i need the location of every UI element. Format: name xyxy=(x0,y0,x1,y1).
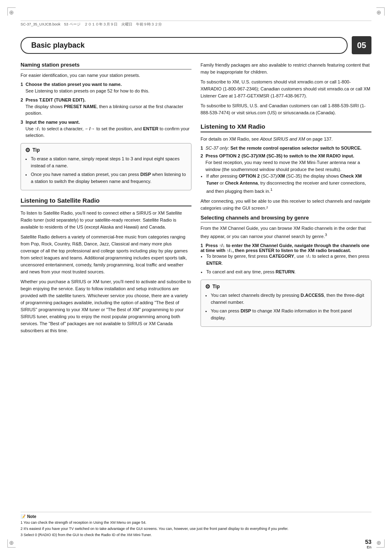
selecting-tip-box: ⚙ Tip You can select channels directly b… xyxy=(201,280,371,327)
crosshair-bl xyxy=(9,539,16,546)
chapter-header: Basic playback 05 xyxy=(21,36,371,54)
chapter-title: Basic playback xyxy=(31,41,85,49)
xm-subscribe-para: To subscribe to XM, U.S. customers shoul… xyxy=(201,79,371,99)
xm-radio-title: Listening to XM Radio xyxy=(201,123,371,132)
step-3-title: Input the name you want. xyxy=(25,120,80,125)
note-icon: 📝 xyxy=(21,514,25,519)
naming-presets-intro: For easier identification, you can name … xyxy=(21,72,191,79)
xm-step-2-num: 2 xyxy=(201,153,205,158)
crosshair-tr xyxy=(376,9,383,16)
header-text: SC-37_35_UXJCB.book 53 ページ ２０１０年３月９日 火曜日… xyxy=(21,22,162,26)
step-2-title: Press T.EDIT (TUNER EDIT). xyxy=(25,97,85,102)
xm-step-1-italic: SC-37 only: xyxy=(205,146,229,150)
satellite-para-3: Whether you purchase a SIRIUS or XM tune… xyxy=(21,278,191,334)
naming-tip-item-2: Once you have named a station preset, yo… xyxy=(31,171,187,185)
satellite-para-1: To listen to Satellite Radio, you'll nee… xyxy=(21,210,191,231)
xm-step-2: 2 Press OPTION 2 (SC-37)/XM (SC-35) to s… xyxy=(201,153,371,195)
satellite-para-2: Satellite Radio delivers a variety of co… xyxy=(21,234,191,275)
family-para: Family friendly packages are also availa… xyxy=(201,62,371,76)
naming-presets-title: Naming station presets xyxy=(21,62,191,69)
note-label: 📝 Note xyxy=(21,514,371,519)
selecting-bullet-1: To browse by genre, first press CATEGORY… xyxy=(206,253,371,267)
step-3-body: Use ↑/↓ to select a character, ←/→ to se… xyxy=(21,125,191,139)
selecting-tip-list: You can select channels directly by pres… xyxy=(205,292,367,321)
selecting-channels-intro: From the XM Channel Guide, you can brows… xyxy=(201,225,371,240)
xm-radio-section: Listening to XM Radio For details on XM … xyxy=(201,123,371,327)
left-column: Naming station presets For easier identi… xyxy=(21,62,191,514)
after-step-2: After connecting, you will be able to us… xyxy=(201,198,371,212)
right-column: Family friendly packages are also availa… xyxy=(201,62,371,514)
selecting-tip-icon: ⚙ xyxy=(205,283,210,290)
xm-step-2-bullets: If after pressing OPTION 2 (SC-37)/XM (S… xyxy=(201,173,371,195)
satellite-radio-section: Listening to Satellite Radio To listen t… xyxy=(21,197,191,335)
chapter-number: 05 xyxy=(352,36,371,54)
footnote-3: 3 Select 0 (RADIO ID) from the GUI to ch… xyxy=(21,532,371,538)
selecting-channels-title: Selecting channels and browsing by genre xyxy=(201,215,371,222)
step-3-num: 3 xyxy=(21,120,25,125)
crosshair-tl xyxy=(9,9,16,16)
xm-step-2-body: For best reception, you may need to move… xyxy=(201,159,371,173)
xm-step-2-title: Press OPTION 2 (SC-37)/XM (SC-35) to swi… xyxy=(205,153,354,158)
naming-tip-item-1: To erase a station name, simply repeat s… xyxy=(31,155,187,169)
content-area: Naming station presets For easier identi… xyxy=(21,62,371,514)
header-bar: SC-37_35_UXJCB.book 53 ページ ２０１０年３月９日 火曜日… xyxy=(21,21,371,26)
step-2-num: 2 xyxy=(21,97,25,102)
footnote-1: 1 You can check the strength of receptio… xyxy=(21,520,371,525)
step-1-num: 1 xyxy=(21,82,25,87)
xm-step-1-num: 1 xyxy=(201,146,205,150)
selecting-tip-item-2: You can press DISP to change XM Radio in… xyxy=(211,308,367,321)
xm-step-2-bullet-1: If after pressing OPTION 2 (SC-37)/XM (S… xyxy=(206,173,371,195)
selecting-step-1-title: Press ↑/↓ to enter the XM Channel Guide,… xyxy=(201,243,369,253)
selecting-tip-item-1: You can select channels directly by pres… xyxy=(211,292,367,306)
tip-icon: ⚙ xyxy=(25,147,30,153)
xm-step-1: 1 SC-37 only: Set the remote control ope… xyxy=(201,146,371,150)
crosshair-br xyxy=(376,539,383,546)
satellite-radio-title: Listening to Satellite Radio xyxy=(21,197,191,206)
selecting-tip-title: ⚙ Tip xyxy=(205,283,367,290)
step-1-title: Choose the station preset you want to na… xyxy=(25,82,122,87)
xm-step-1-title: Set the remote control operation selecto… xyxy=(231,146,362,150)
step-2-body: The display shows PRESET NAME, then a bl… xyxy=(21,103,191,117)
sirius-subscribe-para: To subscribe to SIRIUS, U.S. and Canadia… xyxy=(201,102,371,116)
selecting-step-1-num: 1 xyxy=(201,243,205,248)
chapter-title-box: Basic playback xyxy=(21,37,348,54)
footnote-2: 2 It's easiest if you have your TV switc… xyxy=(21,526,371,532)
selecting-channels-section: Selecting channels and browsing by genre… xyxy=(201,215,371,327)
xm-radio-intro: For details on XM Radio, see About SIRIU… xyxy=(201,136,371,143)
naming-step-1: 1 Choose the station preset you want to … xyxy=(21,82,191,95)
page-number: 53 xyxy=(365,539,371,545)
note-footer: 📝 Note 1 You can check the strength of r… xyxy=(21,512,371,539)
naming-tip-box: ⚙ Tip To erase a station name, simply re… xyxy=(21,143,191,190)
page-wrapper: SC-37_35_UXJCB.book 53 ページ ２０１０年３月９日 火曜日… xyxy=(0,0,392,555)
naming-tip-list: To erase a station name, simply repeat s… xyxy=(25,155,187,185)
naming-step-3: 3 Input the name you want. Use ↑/↓ to se… xyxy=(21,120,191,139)
naming-tip-title: ⚙ Tip xyxy=(25,147,187,153)
naming-presets-section: Naming station presets For easier identi… xyxy=(21,62,191,190)
naming-step-2: 2 Press T.EDIT (TUNER EDIT). The display… xyxy=(21,97,191,117)
selecting-step-1: 1 Press ↑/↓ to enter the XM Channel Guid… xyxy=(201,243,371,275)
selecting-bullet-2: To cancel and exit any time, press RETUR… xyxy=(206,268,371,275)
page-number-sub: En xyxy=(365,545,371,549)
step-1-body: See Listening to station presets on page… xyxy=(21,88,191,95)
page-number-area: 53 En xyxy=(365,539,371,549)
selecting-step-1-bullets: To browse by genre, first press CATEGORY… xyxy=(201,253,371,275)
